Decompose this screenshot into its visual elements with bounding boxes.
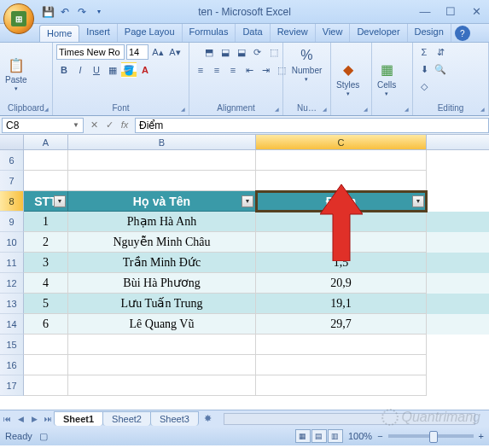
- last-sheet-icon[interactable]: ⏭: [41, 415, 55, 423]
- font-size-select[interactable]: [126, 44, 148, 60]
- border-button[interactable]: ▦: [105, 62, 120, 78]
- tab-insert[interactable]: Insert: [79, 24, 118, 42]
- row-header[interactable]: 15: [0, 335, 24, 355]
- normal-view-icon[interactable]: ▦: [295, 429, 311, 443]
- cell[interactable]: 19,1: [256, 294, 427, 314]
- sheet-tab-3[interactable]: Sheet3: [150, 411, 199, 426]
- prev-sheet-icon[interactable]: ◀: [14, 415, 27, 423]
- decrease-indent-icon[interactable]: ⇤: [242, 62, 257, 78]
- tab-review[interactable]: Review: [271, 24, 316, 42]
- orientation-icon[interactable]: ⟳: [250, 44, 265, 60]
- row-header[interactable]: 6: [0, 150, 24, 171]
- cell[interactable]: 1,7: [256, 232, 427, 253]
- cell[interactable]: Phạm Hà Anh: [68, 212, 256, 232]
- align-center-icon[interactable]: ≡: [209, 62, 224, 78]
- sort-filter-icon[interactable]: ⇵: [433, 44, 448, 60]
- italic-button[interactable]: I: [73, 62, 88, 78]
- align-bottom-icon[interactable]: ⬓: [234, 44, 249, 60]
- maximize-button[interactable]: ☐: [438, 0, 463, 23]
- sheet-tab-1[interactable]: Sheet1: [54, 411, 103, 426]
- help-icon[interactable]: ?: [455, 26, 470, 41]
- align-middle-icon[interactable]: ⬓: [218, 44, 233, 60]
- col-header-c[interactable]: C: [256, 135, 427, 149]
- table-header-stt[interactable]: STT▼: [24, 191, 68, 212]
- cells-area[interactable]: STT▼ Họ và Tên▼ Điểm▼ 1Phạm Hà Anh1 2Ngu…: [24, 150, 489, 396]
- macro-record-icon[interactable]: ▢: [39, 431, 48, 442]
- grow-font-icon[interactable]: A▴: [150, 44, 166, 60]
- number-format-button[interactable]: % Number ▾: [290, 44, 324, 84]
- tab-design[interactable]: Design: [408, 24, 451, 42]
- cell[interactable]: 20,9: [256, 273, 427, 294]
- cell[interactable]: 1,5: [256, 253, 427, 273]
- new-sheet-icon[interactable]: ✸: [199, 413, 217, 424]
- undo-icon[interactable]: ↶: [58, 5, 72, 19]
- row-header[interactable]: 11: [0, 253, 24, 273]
- zoom-out-icon[interactable]: −: [377, 431, 382, 441]
- align-top-icon[interactable]: ⬒: [201, 44, 217, 60]
- row-header[interactable]: 16: [0, 355, 24, 375]
- tab-developer[interactable]: Developer: [350, 24, 407, 42]
- styles-button[interactable]: ◆ Styles ▾: [335, 59, 361, 99]
- page-layout-view-icon[interactable]: ▤: [311, 429, 327, 443]
- row-header[interactable]: 9: [0, 212, 24, 232]
- find-icon[interactable]: 🔍: [433, 61, 448, 77]
- cell[interactable]: Lê Quang Vũ: [68, 314, 256, 335]
- filter-icon[interactable]: ▼: [412, 195, 424, 207]
- select-all-button[interactable]: [0, 135, 24, 149]
- cell[interactable]: 3: [24, 253, 68, 273]
- autosum-button[interactable]: Σ: [416, 44, 432, 60]
- row-header[interactable]: 13: [0, 294, 24, 314]
- row-header[interactable]: 17: [0, 375, 24, 396]
- paste-button[interactable]: 📋 Paste ▾: [3, 54, 29, 94]
- sheet-tab-2[interactable]: Sheet2: [102, 411, 151, 426]
- close-button[interactable]: ✕: [463, 0, 489, 23]
- font-name-select[interactable]: [56, 44, 125, 60]
- col-header-a[interactable]: A: [24, 135, 68, 149]
- bold-button[interactable]: B: [56, 62, 72, 78]
- table-header-score[interactable]: Điểm▼: [256, 191, 427, 212]
- redo-icon[interactable]: ↷: [75, 5, 89, 19]
- align-right-icon[interactable]: ≡: [225, 62, 241, 78]
- table-header-name[interactable]: Họ và Tên▼: [68, 191, 256, 212]
- office-button[interactable]: ⊞: [3, 3, 34, 34]
- next-sheet-icon[interactable]: ▶: [27, 415, 41, 423]
- filter-icon[interactable]: ▼: [54, 195, 66, 207]
- cell[interactable]: 6: [24, 314, 68, 335]
- row-header[interactable]: 14: [0, 314, 24, 335]
- first-sheet-icon[interactable]: ⏮: [0, 415, 14, 423]
- qat-more-icon[interactable]: ▾: [92, 5, 106, 19]
- underline-button[interactable]: U: [89, 62, 104, 78]
- cell[interactable]: 1: [256, 212, 427, 232]
- enter-formula-icon[interactable]: ✓: [102, 119, 116, 131]
- cell[interactable]: Trần Minh Đức: [68, 253, 256, 273]
- cell[interactable]: 29,7: [256, 314, 427, 335]
- row-header[interactable]: 8: [0, 191, 24, 212]
- wrap-text-icon[interactable]: ⬚: [266, 44, 282, 60]
- align-left-icon[interactable]: ≡: [193, 62, 208, 78]
- cell[interactable]: 4: [24, 273, 68, 294]
- col-header-b[interactable]: B: [68, 135, 256, 149]
- shrink-font-icon[interactable]: A▾: [167, 44, 183, 60]
- formula-input[interactable]: [135, 118, 489, 133]
- cell[interactable]: 5: [24, 294, 68, 314]
- font-color-button[interactable]: A: [137, 62, 153, 78]
- fill-button[interactable]: ⬇: [416, 61, 432, 77]
- cell[interactable]: Lưu Tuấn Trung: [68, 294, 256, 314]
- cell[interactable]: 2: [24, 232, 68, 253]
- zoom-slider[interactable]: [388, 434, 474, 438]
- name-box-dropdown-icon[interactable]: ▼: [73, 121, 79, 129]
- fill-color-button[interactable]: 🪣: [121, 62, 137, 78]
- cells-button[interactable]: ▦ Cells ▾: [375, 59, 398, 99]
- minimize-button[interactable]: —: [412, 0, 438, 23]
- page-break-view-icon[interactable]: ▥: [328, 429, 343, 443]
- clear-button[interactable]: ◇: [416, 79, 432, 94]
- tab-formulas[interactable]: Formulas: [183, 24, 236, 42]
- name-box[interactable]: C8 ▼: [2, 118, 84, 133]
- row-header[interactable]: 7: [0, 171, 24, 191]
- cell[interactable]: 1: [24, 212, 68, 232]
- zoom-value[interactable]: 100%: [348, 431, 372, 441]
- cell[interactable]: Bùi Hà Phương: [68, 273, 256, 294]
- save-icon[interactable]: 💾: [41, 5, 55, 19]
- row-header[interactable]: 10: [0, 232, 24, 253]
- tab-view[interactable]: View: [316, 24, 351, 42]
